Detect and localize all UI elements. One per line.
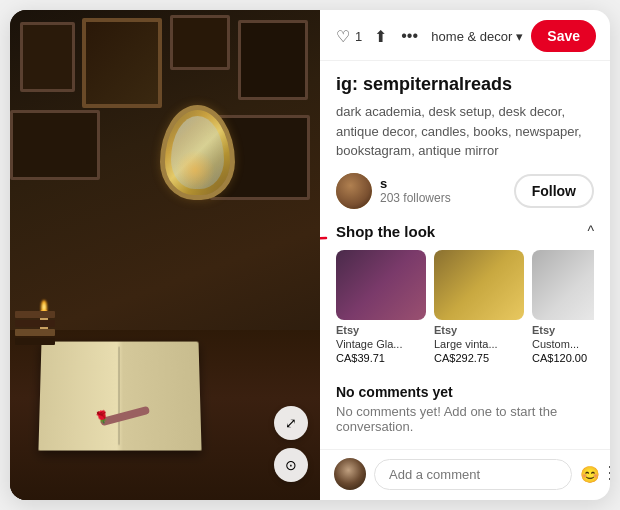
expand-button[interactable]: ⤢: [274, 406, 308, 440]
image-button[interactable]: 🖼: [608, 465, 610, 483]
red-arrow-icon: [320, 233, 336, 273]
board-label: home & decor: [431, 29, 512, 44]
top-bar: ♡ 1 ⬆ ••• home & decor ▾ Save: [320, 10, 610, 61]
no-comments-title: No comments yet: [336, 384, 594, 400]
wall-frame-1: [20, 22, 75, 92]
author-name: s: [380, 176, 514, 191]
emoji-button[interactable]: 😊: [580, 465, 600, 484]
product-source-1: Etsy: [336, 324, 426, 336]
like-count: 1: [355, 29, 362, 44]
product-image-2: [434, 250, 524, 320]
comment-input[interactable]: [374, 459, 572, 490]
product-price-3: CA$120.00: [532, 352, 594, 364]
product-name-1: Vintage Gla...: [336, 337, 426, 351]
product-name-3: Custom...: [532, 337, 594, 351]
product-price-1: CA$39.71: [336, 352, 426, 364]
wall-frame-4: [238, 20, 308, 100]
shop-collapse-button[interactable]: ^: [587, 223, 594, 239]
avatar: [336, 173, 372, 209]
author-info: s 203 followers: [380, 176, 514, 205]
wall-frame-3: [170, 15, 230, 70]
no-comments-text: No comments yet! Add one to start the co…: [336, 404, 594, 434]
open-book: [38, 342, 201, 451]
board-selector[interactable]: home & decor ▾: [431, 29, 523, 44]
product-card[interactable]: Etsy Custom... CA$120.00: [532, 250, 594, 364]
like-section: ♡ 1: [334, 25, 362, 48]
comment-input-row: 😊 🖼: [320, 449, 610, 500]
save-button[interactable]: Save: [531, 20, 596, 52]
shop-title: Shop the look: [336, 223, 435, 240]
visual-search-button[interactable]: ⊙: [274, 448, 308, 482]
desk: [10, 330, 320, 500]
avatar-image: [336, 173, 372, 209]
more-button[interactable]: •••: [399, 25, 420, 47]
pin-title: ig: sempiternalreads: [336, 73, 594, 96]
product-source-3: Etsy: [532, 324, 594, 336]
author-row: s 203 followers Follow: [336, 173, 594, 209]
commenter-face: [334, 458, 366, 490]
products-row: Etsy Vintage Gla... CA$39.71 Etsy Large …: [336, 250, 594, 370]
shop-header: Shop the look ^: [336, 223, 594, 240]
product-card[interactable]: Etsy Vintage Gla... CA$39.71: [336, 250, 426, 364]
top-bar-left: ♡ 1 ⬆ •••: [334, 25, 423, 48]
wall-frame-2: [82, 18, 162, 108]
commenter-avatar: [334, 458, 366, 490]
comments-section: No comments yet No comments yet! Add one…: [336, 384, 594, 434]
product-image-3: [532, 250, 594, 320]
detail-panel: ♡ 1 ⬆ ••• home & decor ▾ Save ig: sempit…: [320, 10, 610, 500]
pin-description: dark academia, desk setup, desk decor, a…: [336, 102, 594, 161]
lamp-glow: [175, 150, 215, 190]
product-image-1: [336, 250, 426, 320]
product-card[interactable]: Etsy Large vinta... CA$292.75: [434, 250, 524, 364]
share-button[interactable]: ⬆: [372, 25, 389, 48]
content-area: ig: sempiternalreads dark academia, desk…: [320, 61, 610, 449]
follow-button[interactable]: Follow: [514, 174, 594, 208]
author-followers: 203 followers: [380, 191, 514, 205]
product-source-2: Etsy: [434, 324, 524, 336]
pin-card: ⤢ ⊙ ♡ 1 ⬆ ••• home & decor ▾ Save ig: se…: [10, 10, 610, 500]
product-price-2: CA$292.75: [434, 352, 524, 364]
product-name-2: Large vinta...: [434, 337, 524, 351]
like-button[interactable]: ♡: [334, 25, 352, 48]
chevron-down-icon: ▾: [516, 29, 523, 44]
pin-image-panel: ⤢ ⊙: [10, 10, 320, 500]
book-stack: [15, 311, 55, 345]
wall-frame-5: [10, 110, 100, 180]
